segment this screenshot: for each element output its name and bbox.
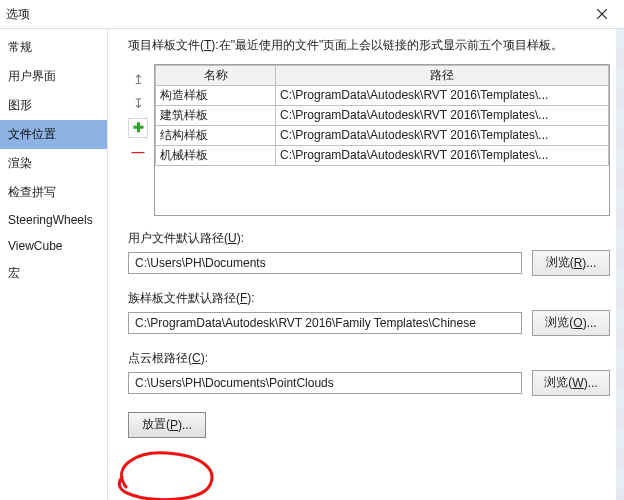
- sidebar-item-graphics[interactable]: 图形: [0, 91, 107, 120]
- sidebar-item-file-locations[interactable]: 文件位置: [0, 120, 107, 149]
- close-button[interactable]: [586, 3, 618, 25]
- sidebar-item-viewcube[interactable]: ViewCube: [0, 233, 107, 259]
- sidebar-item-label: 图形: [8, 98, 32, 112]
- templates-table-container: 名称 路径 构造样板C:\ProgramData\Autodesk\RVT 20…: [154, 64, 610, 216]
- sidebar-item-label: SteeringWheels: [8, 213, 93, 227]
- cell-name[interactable]: 建筑样板: [156, 105, 276, 125]
- sidebar-item-general[interactable]: 常规: [0, 33, 107, 62]
- add-template-button[interactable]: ✚: [128, 118, 148, 138]
- col-header-name[interactable]: 名称: [156, 65, 276, 85]
- sidebar-item-render[interactable]: 渲染: [0, 149, 107, 178]
- move-down-button[interactable]: ↧: [128, 94, 148, 114]
- templates-table[interactable]: 名称 路径 构造样板C:\ProgramData\Autodesk\RVT 20…: [155, 65, 609, 166]
- browse-family-templates-button[interactable]: 浏览(O)...: [532, 310, 610, 336]
- title-bar: 选项: [0, 0, 624, 29]
- cell-path[interactable]: C:\ProgramData\Autodesk\RVT 2016\Templat…: [276, 85, 609, 105]
- arrow-up-icon: ↥: [133, 72, 144, 87]
- cell-name[interactable]: 构造样板: [156, 85, 276, 105]
- table-row[interactable]: 构造样板C:\ProgramData\Autodesk\RVT 2016\Tem…: [156, 85, 609, 105]
- cell-path[interactable]: C:\ProgramData\Autodesk\RVT 2016\Templat…: [276, 105, 609, 125]
- family-templates-path-input[interactable]: [128, 312, 522, 334]
- sidebar: 常规 用户界面 图形 文件位置 渲染 检查拼写 SteeringWheels V…: [0, 29, 108, 500]
- minus-icon: —: [132, 144, 145, 159]
- annotation-circle: [106, 447, 226, 500]
- template-tools: ↥ ↧ ✚ —: [128, 64, 148, 216]
- cell-name[interactable]: 结构样板: [156, 125, 276, 145]
- point-cloud-label: 点云根路径(C):: [128, 350, 610, 367]
- table-row[interactable]: 结构样板C:\ProgramData\Autodesk\RVT 2016\Tem…: [156, 125, 609, 145]
- cell-path[interactable]: C:\ProgramData\Autodesk\RVT 2016\Templat…: [276, 125, 609, 145]
- sidebar-item-label: 常规: [8, 40, 32, 54]
- window-title: 选项: [6, 6, 30, 23]
- table-row[interactable]: 机械样板C:\ProgramData\Autodesk\RVT 2016\Tem…: [156, 145, 609, 165]
- plus-icon: ✚: [133, 120, 144, 135]
- right-edge-decoration: [616, 28, 624, 500]
- cell-path[interactable]: C:\ProgramData\Autodesk\RVT 2016\Templat…: [276, 145, 609, 165]
- sidebar-item-ui[interactable]: 用户界面: [0, 62, 107, 91]
- close-icon: [597, 9, 607, 19]
- templates-description: 项目样板文件(T):在"最近使用的文件"页面上会以链接的形式显示前五个项目样板。: [128, 37, 610, 54]
- sidebar-item-spellcheck[interactable]: 检查拼写: [0, 178, 107, 207]
- sidebar-item-label: 文件位置: [8, 127, 56, 141]
- user-files-label: 用户文件默认路径(U):: [128, 230, 610, 247]
- point-cloud-path-input[interactable]: [128, 372, 522, 394]
- sidebar-item-steeringwheels[interactable]: SteeringWheels: [0, 207, 107, 233]
- move-up-button[interactable]: ↥: [128, 70, 148, 90]
- remove-template-button[interactable]: —: [128, 142, 148, 162]
- main-panel: 项目样板文件(T):在"最近使用的文件"页面上会以链接的形式显示前五个项目样板。…: [108, 29, 624, 500]
- browse-user-files-button[interactable]: 浏览(R)...: [532, 250, 610, 276]
- sidebar-item-label: 渲染: [8, 156, 32, 170]
- col-header-path[interactable]: 路径: [276, 65, 609, 85]
- arrow-down-icon: ↧: [133, 96, 144, 111]
- cell-name[interactable]: 机械样板: [156, 145, 276, 165]
- family-templates-label: 族样板文件默认路径(F):: [128, 290, 610, 307]
- table-row[interactable]: 建筑样板C:\ProgramData\Autodesk\RVT 2016\Tem…: [156, 105, 609, 125]
- sidebar-item-label: 宏: [8, 266, 20, 280]
- sidebar-item-label: 用户界面: [8, 69, 56, 83]
- sidebar-item-macros[interactable]: 宏: [0, 259, 107, 288]
- sidebar-item-label: 检查拼写: [8, 185, 56, 199]
- browse-point-cloud-button[interactable]: 浏览(W)...: [532, 370, 610, 396]
- sidebar-item-label: ViewCube: [8, 239, 62, 253]
- user-files-path-input[interactable]: [128, 252, 522, 274]
- places-button[interactable]: 放置(P)...: [128, 412, 206, 438]
